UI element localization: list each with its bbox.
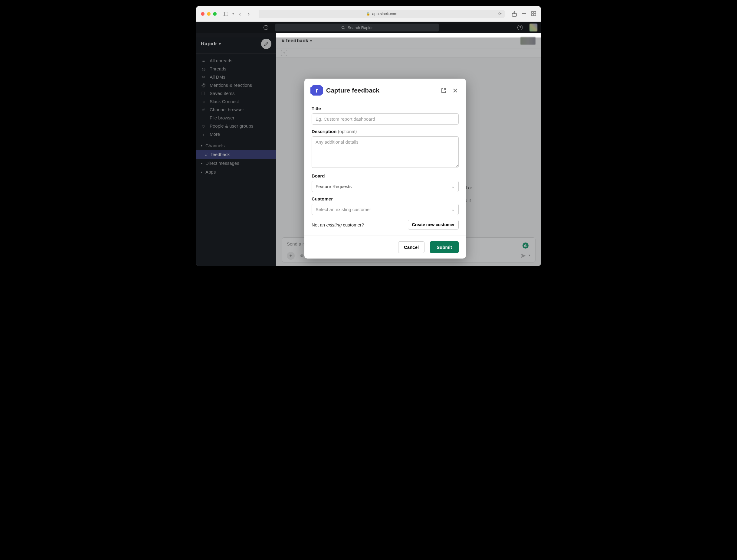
cancel-button[interactable]: Cancel (398, 241, 425, 253)
new-customer-row: Not an existing customer? Create new cus… (311, 220, 459, 230)
text-em: existing (326, 222, 341, 227)
lock-icon: 🔒 (366, 12, 370, 16)
nav-forward-button[interactable]: › (246, 9, 252, 18)
board-select[interactable]: Feature Requests ⌄ (311, 181, 459, 192)
svg-rect-5 (532, 14, 533, 16)
close-window-button[interactable] (201, 12, 204, 16)
window-controls (201, 12, 217, 16)
share-icon[interactable] (512, 11, 517, 17)
description-input[interactable] (311, 136, 459, 168)
text: customer? (341, 222, 364, 227)
svg-line-9 (344, 28, 345, 29)
browser-window: ▾ ‹ › 🔒 app.slack.com ⟳ (196, 6, 541, 266)
nav-back-button[interactable]: ‹ (237, 9, 243, 18)
chevron-down-icon: ⌄ (452, 184, 455, 189)
description-label: Description (optional) (311, 129, 459, 134)
svg-point-8 (341, 26, 344, 28)
modal-body: Title Description (optional) Board Featu… (304, 99, 466, 236)
slack-topbar: Search Rapidr ? (196, 22, 541, 33)
title-input[interactable] (311, 113, 459, 125)
search-placeholder: Search Rapidr (347, 25, 373, 30)
history-icon[interactable] (263, 25, 269, 30)
help-icon[interactable]: ? (517, 25, 523, 30)
optional-text: (optional) (338, 129, 357, 134)
chevron-down-icon: ⌄ (452, 207, 455, 212)
customer-select[interactable]: Select an existing customer ⌄ (311, 204, 459, 215)
customer-placeholder: Select an existing customer (315, 207, 371, 212)
board-label: Board (311, 173, 459, 178)
close-icon[interactable] (452, 87, 459, 94)
browser-titlebar: ▾ ‹ › 🔒 app.slack.com ⟳ (196, 6, 541, 22)
modal-title: Capture feedback (326, 87, 436, 94)
chevron-down-icon[interactable]: ▾ (232, 12, 234, 16)
tabs-grid-icon[interactable] (531, 11, 536, 17)
app-icon-letter: r (315, 87, 318, 94)
slack-search[interactable]: Search Rapidr (275, 24, 439, 31)
search-icon (341, 26, 345, 30)
url-text: app.slack.com (372, 11, 397, 16)
text: Not an (311, 222, 326, 227)
user-avatar[interactable] (530, 24, 537, 31)
rapidr-app-icon: r (311, 85, 322, 96)
fullscreen-window-button[interactable] (213, 12, 217, 16)
svg-rect-0 (223, 12, 228, 16)
refresh-icon[interactable]: ⟳ (498, 11, 502, 16)
browser-right-tools (512, 11, 536, 17)
sidebar-toggle-icon[interactable] (221, 11, 229, 17)
svg-rect-6 (534, 14, 536, 16)
open-external-icon[interactable] (440, 87, 448, 94)
svg-rect-3 (532, 11, 533, 13)
title-label: Title (311, 106, 459, 111)
capture-feedback-modal: r Capture feedback Title Description (op… (304, 79, 466, 259)
minimize-window-button[interactable] (207, 12, 210, 16)
url-bar[interactable]: 🔒 app.slack.com ⟳ (259, 10, 505, 18)
slack-app: Search Rapidr ? Rapidr ▾ ≡All unreads (196, 22, 541, 266)
label-text: Description (311, 129, 337, 134)
customer-label: Customer (311, 196, 459, 201)
new-tab-icon[interactable] (522, 11, 527, 17)
not-existing-text: Not an existing customer? (311, 222, 364, 227)
modal-header: r Capture feedback (304, 79, 466, 99)
create-customer-button[interactable]: Create new customer (408, 220, 459, 230)
svg-rect-4 (534, 11, 536, 13)
submit-button[interactable]: Submit (430, 241, 459, 253)
modal-footer: Cancel Submit (304, 236, 466, 259)
board-value: Feature Requests (315, 184, 351, 189)
